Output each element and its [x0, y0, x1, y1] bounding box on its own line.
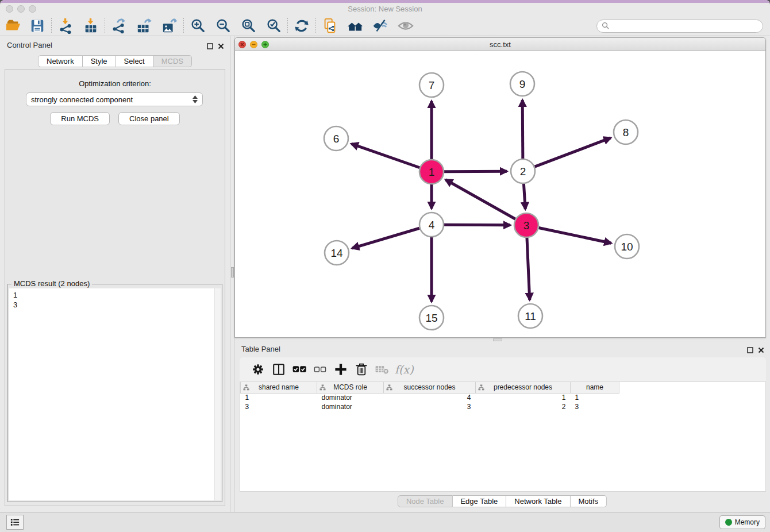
cell-successor-nodes[interactable]: 4: [384, 393, 476, 402]
node-label-10: 10: [621, 241, 633, 253]
run-mcds-button[interactable]: Run MCDS: [50, 112, 110, 125]
tab-style[interactable]: Style: [83, 55, 116, 67]
cell-MCDS-role[interactable]: dominator: [317, 393, 384, 402]
tab-motifs[interactable]: Motifs: [570, 495, 607, 507]
search-icon: [602, 21, 609, 32]
toggle-panes-icon[interactable]: [268, 360, 289, 379]
cell-successor-nodes[interactable]: 3: [384, 402, 476, 411]
deselect-all-rows-icon[interactable]: [310, 360, 330, 379]
edge-3-1[interactable]: [445, 180, 515, 219]
zoom-selected-icon[interactable]: [265, 17, 282, 34]
toolbar-separator: [183, 18, 184, 34]
cell-shared-name[interactable]: 1: [241, 393, 317, 402]
status-bar: Memory: [0, 512, 770, 532]
float-panel-icon[interactable]: [207, 41, 213, 52]
column-header-shared-name[interactable]: shared name: [241, 382, 317, 393]
task-history-button[interactable]: [6, 515, 24, 530]
edge-1-2[interactable]: [444, 171, 507, 172]
toolbar-separator: [51, 18, 52, 34]
add-column-icon[interactable]: [330, 360, 351, 379]
edge-4-3[interactable]: [444, 225, 510, 225]
show-panels-icon[interactable]: [397, 17, 414, 34]
tab-select[interactable]: Select: [116, 55, 153, 67]
import-network-icon[interactable]: [57, 17, 74, 34]
mcds-result-list[interactable]: 1 3: [9, 288, 221, 500]
home-icon[interactable]: [346, 17, 364, 34]
export-image-icon[interactable]: [161, 17, 178, 34]
close-panel-button[interactable]: Close panel: [118, 112, 180, 125]
close-panel-icon[interactable]: [758, 345, 764, 356]
cell-predecessor-nodes[interactable]: 2: [476, 402, 571, 411]
mcds-pane: Optimization criterion: strongly connect…: [5, 69, 225, 506]
select-all-rows-icon[interactable]: [289, 360, 310, 379]
cell-name[interactable]: 1: [571, 393, 619, 402]
refresh-icon[interactable]: [293, 17, 310, 34]
open-file-icon[interactable]: [5, 17, 22, 34]
close-panel-icon[interactable]: [218, 41, 224, 52]
cell-MCDS-role[interactable]: dominator: [317, 402, 384, 411]
toolbar-separator: [315, 18, 316, 34]
toolbar-separator: [105, 18, 105, 34]
tab-edge-table[interactable]: Edge Table: [452, 495, 506, 507]
edge-3-11[interactable]: [527, 238, 530, 300]
settings-gear-icon[interactable]: [248, 360, 268, 379]
zoom-in-icon[interactable]: [189, 17, 206, 34]
node-label-2: 2: [520, 165, 526, 178]
criterion-select[interactable]: strongly connected component: [26, 92, 203, 106]
tab-network-table[interactable]: Network Table: [506, 495, 570, 507]
node-label-8: 8: [623, 126, 629, 138]
cell-predecessor-nodes[interactable]: 1: [476, 393, 571, 402]
column-header-name[interactable]: name: [571, 382, 619, 393]
node-table[interactable]: shared nameMCDS rolesuccessor nodesprede…: [240, 381, 766, 492]
tab-mcds[interactable]: MCDS: [153, 55, 192, 67]
search-box[interactable]: [596, 20, 763, 33]
network-view-title: scc.txt: [235, 40, 765, 49]
divider-handle[interactable]: [493, 338, 502, 341]
tab-network[interactable]: Network: [38, 55, 83, 67]
divider-handle[interactable]: [231, 267, 234, 277]
import-table-icon[interactable]: [82, 17, 99, 34]
network-canvas[interactable]: 7968124314101511: [235, 52, 765, 337]
column-header-predecessor-nodes[interactable]: predecessor nodes: [476, 382, 571, 393]
memory-label: Memory: [735, 518, 760, 526]
float-panel-icon[interactable]: [747, 345, 753, 356]
delete-table-icon: [372, 360, 392, 379]
function-builder-icon: f(x): [395, 363, 414, 376]
edge-2-8[interactable]: [535, 138, 611, 167]
control-panel-tabs: NetworkStyleSelectMCDS: [38, 55, 192, 67]
save-session-icon[interactable]: [29, 17, 46, 34]
edge-3-10[interactable]: [539, 228, 611, 244]
list-icon: [10, 518, 20, 527]
cell-shared-name[interactable]: 3: [241, 402, 317, 411]
edge-2-3[interactable]: [523, 184, 525, 209]
cell-name[interactable]: 3: [571, 402, 619, 411]
node-label-4: 4: [429, 219, 435, 231]
edge-2-9[interactable]: [522, 100, 523, 159]
edge-1-6[interactable]: [351, 144, 419, 168]
node-label-9: 9: [519, 78, 526, 90]
memory-button[interactable]: Memory: [719, 515, 765, 529]
zoom-out-icon[interactable]: [214, 17, 232, 34]
network-window-titlebar[interactable]: scc.txt: [235, 38, 765, 51]
hide-panels-icon[interactable]: [372, 17, 389, 34]
clone-network-icon[interactable]: [321, 17, 338, 34]
vertical-split-divider[interactable]: [230, 36, 234, 512]
table-row[interactable]: 3dominator323: [241, 402, 619, 411]
result-scrollbar[interactable]: [214, 288, 221, 500]
column-header-successor-nodes[interactable]: successor nodes: [384, 382, 476, 393]
edge-4-14[interactable]: [352, 228, 419, 248]
column-header-MCDS-role[interactable]: MCDS role: [317, 382, 384, 393]
zoom-fit-icon[interactable]: [240, 17, 257, 34]
search-input[interactable]: [609, 22, 763, 30]
table-panel-tabs: Node TableEdge TableNetwork TableMotifs: [398, 495, 607, 507]
node-label-3: 3: [523, 219, 530, 232]
table-panel: Table Panel: [234, 342, 770, 512]
node-label-6: 6: [333, 133, 340, 145]
horizontal-split-divider[interactable]: [234, 338, 770, 342]
export-network-icon[interactable]: [110, 17, 128, 34]
export-table-icon[interactable]: [136, 17, 153, 34]
table-row[interactable]: 1dominator411: [241, 393, 619, 402]
mcds-result-group: MCDS result (2 nodes) 1 3: [7, 284, 222, 502]
delete-column-icon[interactable]: [351, 360, 372, 379]
tab-node-table[interactable]: Node Table: [398, 495, 453, 507]
